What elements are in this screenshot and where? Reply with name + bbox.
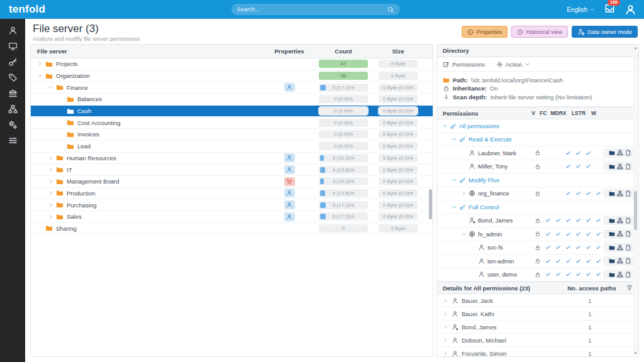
sidebar-item-structure[interactable] [4, 104, 21, 114]
user-menu-button[interactable] [625, 4, 636, 16]
language-selector[interactable]: English [567, 6, 595, 13]
permission-row-miller-tony[interactable]: Miller, Tony [437, 160, 638, 174]
user-property-icon[interactable] [284, 153, 295, 162]
chevron-right-icon[interactable] [48, 155, 56, 161]
table-row-lead[interactable]: Lead0 (0.0)%0 Byte (0.0)% [31, 141, 433, 153]
folder-name: Lead [77, 143, 91, 150]
permission-row-laubner-mark[interactable]: Laubner, Mark [437, 146, 638, 160]
table-row-purchasing[interactable]: Purchasing5 (17.2)%0 Byte (0.0)% [31, 199, 433, 211]
list-item-focusrite-simon[interactable]: Focusrite, Simon1 [437, 347, 638, 357]
chevron-right-icon[interactable] [48, 214, 56, 219]
chevron-down-icon[interactable] [48, 85, 56, 90]
sidebar-item-settings[interactable] [4, 135, 21, 145]
sidebar-item-services[interactable] [4, 119, 21, 129]
perm-col-mdrx: MDRX [548, 110, 569, 116]
table-row-it[interactable]: IT4 (13.8)%0 Byte (0.0)% [31, 164, 433, 176]
folder-name: Human Resources [67, 155, 116, 162]
check-icon [583, 190, 593, 196]
sidebar-item-organization[interactable] [4, 88, 21, 98]
chevron-right-icon[interactable] [443, 298, 452, 304]
access-path-icons[interactable] [603, 216, 637, 225]
chevron-right-icon[interactable] [37, 61, 45, 67]
table-row-human-resources[interactable]: Human Resources3 (10.3)%0 Byte (0.0)% [31, 153, 433, 165]
chevron-down-icon[interactable] [442, 123, 450, 129]
chevron-right-icon[interactable] [48, 167, 56, 173]
permission-label: svc-fs [487, 244, 503, 251]
permission-row-modify-plus[interactable]: Modify Plus [437, 173, 638, 187]
access-path-icons[interactable] [603, 256, 637, 266]
chevron-right-icon[interactable] [48, 202, 56, 208]
sidebar-item-users[interactable] [4, 25, 21, 35]
chevron-right-icon[interactable] [443, 337, 452, 343]
table-row-sharing[interactable]: Sharing00 Byte [31, 223, 433, 235]
access-path-icons[interactable] [603, 162, 637, 171]
chevron-down-icon[interactable] [452, 177, 459, 183]
chevron-right-icon[interactable] [48, 190, 56, 196]
permission-row-all-permissions[interactable]: All permissions [437, 119, 638, 133]
access-path-icons[interactable] [603, 270, 637, 279]
cart-property-icon[interactable] [284, 177, 295, 186]
directory-scrollbar[interactable]: ▲ ▼ [633, 45, 638, 356]
chevron-down-icon[interactable] [461, 231, 469, 237]
user-property-icon[interactable] [284, 189, 295, 197]
search-input[interactable] [237, 6, 387, 13]
sidebar-item-devices[interactable] [4, 41, 21, 51]
table-row-finance[interactable]: Finance5 (17.2)%0 Byte (0.0)% [31, 82, 433, 94]
notifications-button[interactable]: 100 [604, 3, 615, 16]
chevron-right-icon[interactable] [461, 190, 469, 196]
permissions-tool-button[interactable]: Permissions [443, 61, 485, 68]
check-icon [543, 217, 553, 223]
table-row-cost-accounting[interactable]: Cost Accounting0 (0.0)%0 Byte (0.0)% [31, 117, 433, 129]
table-row-organization[interactable]: Organization360 Byte [31, 70, 433, 82]
table-row-projects[interactable]: Projects470 Byte [31, 58, 433, 70]
table-row-invoices[interactable]: Invoices0 (0.0)%0 Byte (0.0)% [31, 129, 433, 141]
key-icon [459, 136, 466, 143]
permission-row-fs-admin[interactable]: fs_admin [437, 228, 638, 241]
table-row-production[interactable]: Production4 (13.8)%0 Byte (0.0)% [31, 188, 433, 200]
historical-view-button[interactable]: Historical view [511, 26, 568, 38]
permission-row-org-finance[interactable]: org_finance [437, 187, 638, 201]
action-tool-button[interactable]: Action [496, 61, 530, 68]
chevron-right-icon[interactable] [443, 351, 452, 356]
chevron-right-icon[interactable] [443, 311, 452, 317]
sidebar-item-tags[interactable] [4, 72, 21, 82]
arrow-down-icon [443, 94, 450, 101]
chevron-down-icon[interactable] [37, 73, 45, 79]
user-property-icon[interactable] [284, 83, 295, 92]
table-row-balances[interactable]: Balances0 (0.0)%0 Byte (0.0)% [31, 94, 433, 106]
list-item-bond-james[interactable]: Bond, James1 [437, 321, 638, 334]
list-item-dobson-michael[interactable]: Dobson, Michael1 [437, 334, 638, 347]
list-item-bauer-jack[interactable]: Bauer, Jack1 [437, 294, 638, 307]
permission-row-full-control[interactable]: Full Control [437, 200, 638, 214]
page-title: File server (3) [33, 23, 99, 35]
chevron-right-icon[interactable] [48, 178, 56, 184]
user-property-icon[interactable] [284, 212, 295, 221]
user-property-icon[interactable] [284, 165, 295, 174]
filter-icon[interactable] [626, 285, 633, 291]
sidebar-item-keys[interactable] [4, 57, 21, 67]
table-row-sales[interactable]: Sales5 (17.2)%0 Byte (0.0)% [31, 211, 433, 223]
size-badge: 0 Byte (0.0)% [379, 95, 418, 103]
permission-row-read-execute[interactable]: Read & Execute [437, 133, 638, 147]
document-icon [625, 163, 631, 170]
access-path-icons[interactable] [603, 243, 637, 252]
permission-row-svc-fs[interactable]: svc-fs [437, 241, 638, 255]
list-item-bauer-kathi[interactable]: Bauer, Kathi1 [437, 307, 638, 321]
properties-button[interactable]: Properties [462, 26, 508, 38]
data-owner-mode-button[interactable]: Data owner mode [572, 26, 638, 38]
access-path-icons[interactable] [603, 229, 637, 239]
notification-badge: 100 [608, 0, 620, 6]
permission-row-ten-admin[interactable]: ten-admin [437, 255, 638, 268]
table-row-cash[interactable]: Cash0 (0.0)%0 Byte (0.0)% [31, 106, 433, 118]
user-property-icon[interactable] [284, 200, 295, 209]
size-badge: 0 Byte [379, 72, 418, 80]
permission-row-bond-james[interactable]: Bond, James [437, 214, 638, 228]
table-row-management-board[interactable]: Management Board3 (10.3)%0 Byte (0.0)% [31, 176, 433, 188]
access-path-icons[interactable] [603, 189, 637, 198]
permission-row-user-demo[interactable]: user, demo [437, 268, 638, 282]
chevron-down-icon[interactable] [452, 204, 459, 210]
chevron-right-icon[interactable] [443, 324, 452, 330]
chevron-down-icon[interactable] [452, 136, 459, 142]
file-table-scrollbar[interactable] [429, 189, 432, 219]
access-path-icons[interactable] [603, 148, 637, 158]
